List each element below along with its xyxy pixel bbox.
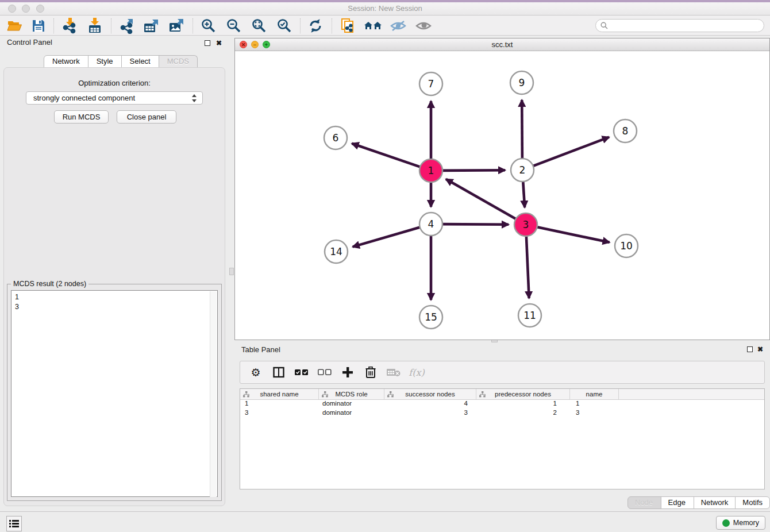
result-scrollbar[interactable]	[210, 291, 217, 497]
select-all-icon[interactable]	[294, 365, 309, 380]
export-table-icon[interactable]	[141, 17, 161, 34]
save-session-icon[interactable]	[29, 17, 48, 34]
export-image-icon[interactable]	[167, 17, 186, 34]
add-row-icon[interactable]	[340, 365, 355, 380]
task-history-button[interactable]	[6, 516, 22, 531]
table-settings-icon[interactable]: ⚙	[248, 365, 263, 380]
edge-1-6[interactable]	[352, 144, 421, 167]
table-body: 1dominator4113dominator323	[240, 400, 764, 418]
import-network-icon[interactable]	[60, 17, 79, 34]
cell[interactable]: 4	[384, 400, 476, 409]
zoom-out-icon[interactable]	[224, 17, 244, 34]
node-label-8: 8	[622, 125, 629, 137]
edge-2-9[interactable]	[522, 100, 522, 160]
vertical-splitter-handle[interactable]	[229, 268, 234, 275]
maximize-window-button[interactable]	[36, 5, 44, 13]
network-window-titlebar: ✕ − + scc.txt	[235, 38, 769, 51]
minimize-window-button[interactable]	[22, 5, 30, 13]
close-panel-button[interactable]: Close panel	[117, 110, 176, 124]
network-canvas[interactable]: 7968124314101511	[235, 51, 769, 340]
import-table-icon[interactable]	[85, 17, 105, 34]
search-input[interactable]	[610, 22, 754, 30]
float-panel-icon[interactable]	[205, 40, 210, 46]
show-columns-icon[interactable]	[271, 365, 286, 380]
memory-button[interactable]: Memory	[716, 516, 765, 530]
cell[interactable]: 1	[570, 400, 619, 409]
edge-4-3[interactable]	[441, 224, 509, 225]
zoom-fit-icon[interactable]	[249, 17, 269, 34]
toolbar-separator	[111, 18, 111, 33]
hide-selected-icon[interactable]	[388, 17, 408, 34]
zoom-in-icon[interactable]	[199, 17, 218, 34]
edge-3-11[interactable]	[526, 235, 529, 298]
tab-node-table[interactable]: Node Table	[627, 496, 661, 509]
criterion-dropdown[interactable]: strongly connected component	[26, 91, 203, 105]
cell[interactable]: 2	[476, 409, 570, 418]
zoom-selected-icon[interactable]	[275, 17, 294, 34]
tab-style[interactable]: Style	[88, 55, 122, 68]
float-table-panel-icon[interactable]	[747, 346, 753, 352]
run-mcds-button[interactable]: Run MCDS	[54, 110, 109, 124]
column-mcds-role[interactable]: MCDS role	[319, 389, 384, 399]
control-panel-title: Control Panel	[7, 38, 52, 47]
network-title: scc.txt	[235, 38, 769, 51]
tab-edge-table[interactable]: Edge Table	[661, 496, 694, 509]
network-close-button[interactable]: ✕	[240, 41, 247, 48]
export-network-icon[interactable]	[117, 17, 137, 34]
cell[interactable]: 3	[384, 409, 476, 418]
search-field[interactable]	[595, 19, 764, 32]
open-file-icon[interactable]	[5, 17, 24, 34]
edge-3-10[interactable]	[536, 227, 610, 242]
duplicate-network-icon[interactable]	[338, 17, 357, 34]
cell[interactable]: dominator	[319, 400, 384, 409]
mcds-result-text[interactable]: 1 3	[11, 290, 218, 497]
column-shared-name[interactable]: shared name	[240, 389, 319, 399]
network-maximize-button[interactable]: +	[263, 41, 270, 48]
cell[interactable]: 1	[240, 400, 319, 409]
cell[interactable]: 3	[240, 409, 319, 418]
edge-2-3[interactable]	[523, 180, 525, 207]
delete-table-icon	[386, 365, 401, 380]
edge-4-14[interactable]	[353, 227, 421, 247]
deselect-all-icon[interactable]	[317, 365, 332, 380]
delete-row-icon[interactable]	[363, 365, 378, 380]
network-minimize-button[interactable]: −	[251, 41, 259, 48]
cell[interactable]: dominator	[319, 409, 384, 418]
tab-motifs[interactable]: Motifs	[735, 496, 770, 509]
apply-function-icon: f(x)	[409, 365, 424, 380]
node-label-10: 10	[620, 240, 633, 252]
tab-network-table[interactable]: Network Table	[694, 496, 736, 509]
cell[interactable]: 1	[476, 400, 570, 409]
node-label-4: 4	[428, 218, 434, 230]
table-row-0[interactable]: 1dominator411	[240, 400, 764, 409]
close-table-panel-icon[interactable]: ✖	[757, 346, 763, 352]
edge-1-2[interactable]	[441, 170, 505, 171]
control-panel: Control Panel ✖ Network Style Select MCD…	[0, 36, 229, 511]
control-panel-tabs: Network Style Select MCDS	[44, 55, 198, 68]
column-name[interactable]: name	[570, 389, 619, 399]
node-label-1: 1	[428, 165, 434, 176]
first-neighbors-icon[interactable]	[363, 17, 383, 34]
search-icon	[600, 22, 608, 29]
column-successor-nodes[interactable]: successor nodes	[384, 389, 476, 399]
hierarchy-icon	[243, 391, 249, 398]
close-window-button[interactable]	[8, 5, 16, 13]
tab-network[interactable]: Network	[44, 55, 88, 68]
close-panel-icon[interactable]: ✖	[216, 40, 222, 46]
app-titlebar: Session: New Session	[0, 2, 770, 16]
node-label-14: 14	[330, 246, 342, 257]
edge-3-1[interactable]	[446, 179, 517, 219]
criterion-value: strongly connected component	[33, 94, 135, 102]
list-icon	[9, 519, 19, 528]
table-header-row: shared name MCDS role successor nodes pr…	[240, 389, 764, 400]
column-predecessor-nodes[interactable]: predecessor nodes	[476, 389, 570, 399]
tab-mcds[interactable]: MCDS	[159, 55, 198, 68]
node-table[interactable]: shared name MCDS role successor nodes pr…	[240, 388, 765, 489]
cell[interactable]: 3	[570, 409, 619, 418]
edge-2-8[interactable]	[532, 137, 609, 167]
table-row-1[interactable]: 3dominator323	[240, 409, 764, 418]
show-all-icon[interactable]	[414, 17, 433, 34]
node-label-3: 3	[523, 219, 529, 230]
refresh-icon[interactable]	[306, 17, 325, 34]
tab-select[interactable]: Select	[121, 55, 159, 68]
